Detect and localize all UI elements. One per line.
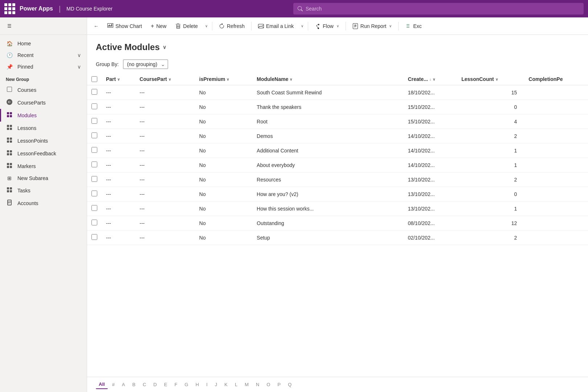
table-row[interactable]: --- --- No How are you? (v2) 13/10/202..… <box>87 187 588 201</box>
excel-label: Exc <box>413 23 421 29</box>
pagination-letter-all[interactable]: All <box>96 380 108 389</box>
pagination-letter-a[interactable]: A <box>119 380 128 389</box>
table-row[interactable]: --- --- No Additional Content 14/10/202.… <box>87 143 588 158</box>
sidebar-item-courses[interactable]: Courses <box>0 83 87 96</box>
table-row[interactable]: --- --- No Thank the speakers 15/10/202.… <box>87 100 588 114</box>
delete-chevron-button[interactable]: ∨ <box>203 22 209 30</box>
table-row[interactable]: --- --- No How this session works... 13/… <box>87 201 588 216</box>
col-header-check[interactable] <box>87 73 102 85</box>
row-modulename: Additional Content <box>252 143 403 158</box>
table-row[interactable]: --- --- No About everybody 14/10/202... … <box>87 158 588 172</box>
row-checkbox[interactable] <box>91 220 97 225</box>
delete-button[interactable]: Delete <box>172 21 201 31</box>
row-checkbox[interactable] <box>91 191 97 196</box>
col-header-ispremium[interactable]: isPremium ∨ <box>195 73 253 85</box>
row-checkbox-cell[interactable] <box>87 114 102 129</box>
table-row[interactable]: --- --- No South Coast Summit Rewind 18/… <box>87 85 588 100</box>
sidebar-item-home[interactable]: 🏠 Home <box>0 38 87 49</box>
page-title[interactable]: Active Modules ∨ <box>96 42 579 52</box>
hamburger-button[interactable]: ☰ <box>6 22 13 30</box>
col-header-completionpe[interactable]: CompletionPe <box>524 73 588 85</box>
sidebar-item-courseparts[interactable]: CourseParts <box>0 96 87 109</box>
sidebar-item-pinned[interactable]: 📌 Pinned ∨ <box>0 61 87 73</box>
col-header-created[interactable]: Create... ↓ ∨ <box>404 73 457 85</box>
pagination-bar: All#ABCDEFGHIJKLMNOPQ <box>87 377 588 392</box>
search-input[interactable] <box>306 6 579 12</box>
group-by-select[interactable]: (no grouping) <box>123 60 168 69</box>
col-header-modulename[interactable]: ModuleName ∨ <box>252 73 403 85</box>
row-checkbox-cell[interactable] <box>87 129 102 143</box>
refresh-button[interactable]: Refresh <box>215 21 248 31</box>
row-checkbox[interactable] <box>91 132 97 138</box>
row-checkbox[interactable] <box>91 234 97 240</box>
svg-rect-19 <box>10 166 12 168</box>
row-checkbox-cell[interactable] <box>87 143 102 158</box>
pagination-letter-l[interactable]: L <box>232 380 240 389</box>
row-checkbox[interactable] <box>91 103 97 109</box>
app-grid-icon[interactable] <box>4 3 15 14</box>
row-checkbox-cell[interactable] <box>87 100 102 114</box>
pagination-letter-i[interactable]: I <box>203 380 211 389</box>
row-modulename: How are you? (v2) <box>252 187 403 201</box>
pagination-letter-b[interactable]: B <box>130 380 139 389</box>
row-checkbox[interactable] <box>91 162 97 167</box>
email-link-chevron-button[interactable]: ∨ <box>299 22 305 30</box>
flow-button[interactable]: Flow ∨ <box>311 21 343 31</box>
group-by-wrapper: (no grouping) <box>123 60 168 69</box>
sidebar-item-lessons[interactable]: Lessons <box>0 122 87 134</box>
sidebar-item-courseparts-label: CourseParts <box>17 100 46 106</box>
sidebar-item-lessonpoints[interactable]: LessonPoints <box>0 134 87 147</box>
row-checkbox[interactable] <box>91 205 97 211</box>
sidebar-item-lessonfeedback[interactable]: LessonFeedback <box>0 147 87 160</box>
row-checkbox-cell[interactable] <box>87 187 102 201</box>
run-report-button[interactable]: Run Report ∨ <box>349 21 396 31</box>
pagination-letter-h[interactable]: H <box>193 380 202 389</box>
pagination-letter-g[interactable]: G <box>182 380 191 389</box>
table-row[interactable]: --- --- No Root 15/10/202... 4 <box>87 114 588 129</box>
pagination-letter-d[interactable]: D <box>151 380 160 389</box>
pagination-letter-e[interactable]: E <box>161 380 170 389</box>
pagination-letter-o[interactable]: O <box>264 380 273 389</box>
show-chart-button[interactable]: Show Chart <box>104 21 146 31</box>
sidebar-item-accounts[interactable]: Accounts <box>0 197 87 209</box>
pagination-letter-q[interactable]: Q <box>285 380 294 389</box>
table-row[interactable]: --- --- No Setup 02/10/202... 2 <box>87 230 588 245</box>
sidebar-item-newsubarea[interactable]: ⊞ New Subarea <box>0 172 87 184</box>
pinned-icon: 📌 <box>6 64 13 70</box>
row-completionpe <box>524 187 588 201</box>
row-checkbox-cell[interactable] <box>87 85 102 100</box>
pagination-letter-c[interactable]: C <box>140 380 149 389</box>
excel-button[interactable]: Exc <box>401 21 425 31</box>
sidebar-item-markers[interactable]: Markers <box>0 160 87 172</box>
row-checkbox-cell[interactable] <box>87 172 102 187</box>
pagination-letter-m[interactable]: M <box>242 380 252 389</box>
row-checkbox[interactable] <box>91 147 97 153</box>
pagination-letter-j[interactable]: J <box>212 380 220 389</box>
col-header-coursepart[interactable]: CoursePart ∨ <box>135 73 195 85</box>
row-checkbox[interactable] <box>91 89 97 95</box>
table-row[interactable]: --- --- No Demos 14/10/202... 2 <box>87 129 588 143</box>
table-row[interactable]: --- --- No Resources 13/10/202... 2 <box>87 172 588 187</box>
row-checkbox-cell[interactable] <box>87 158 102 172</box>
pagination-letter-k[interactable]: K <box>221 380 230 389</box>
col-header-part[interactable]: Part ∨ <box>102 73 135 85</box>
new-button[interactable]: + New <box>147 21 170 32</box>
row-checkbox-cell[interactable] <box>87 201 102 216</box>
email-link-button[interactable]: Email a Link <box>254 21 297 31</box>
back-button[interactable]: ← <box>90 21 102 31</box>
pagination-letter-n[interactable]: N <box>253 380 262 389</box>
sidebar-item-tasks[interactable]: Tasks <box>0 184 87 197</box>
row-checkbox[interactable] <box>91 118 97 124</box>
sidebar-item-recent[interactable]: 🕐 Recent ∨ <box>0 49 87 61</box>
pagination-letter-p[interactable]: P <box>275 380 284 389</box>
pagination-letter-#[interactable]: # <box>109 380 118 389</box>
col-header-lessoncount[interactable]: LessonCount ∨ <box>457 73 524 85</box>
pagination-letter-f[interactable]: F <box>172 380 180 389</box>
select-all-checkbox[interactable] <box>91 76 97 82</box>
row-checkbox-cell[interactable] <box>87 230 102 245</box>
row-checkbox-cell[interactable] <box>87 216 102 230</box>
search-bar[interactable] <box>293 3 584 15</box>
table-row[interactable]: --- --- No Outstanding 08/10/202... 12 <box>87 216 588 230</box>
row-checkbox[interactable] <box>91 176 97 182</box>
sidebar-item-modules[interactable]: Modules <box>0 109 87 122</box>
